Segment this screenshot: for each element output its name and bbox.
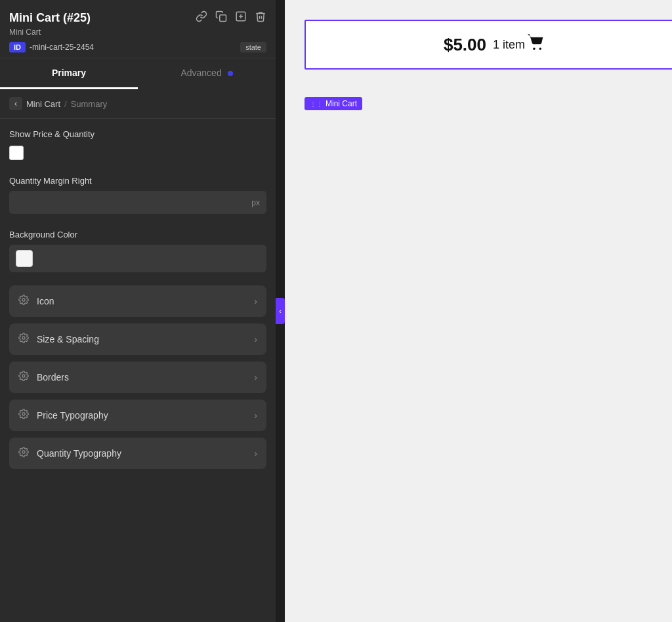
quantity-typography-section-label: Quantity Typography <box>37 448 254 459</box>
grid-icon: ⋮⋮ <box>310 100 323 108</box>
breadcrumb-parent: Mini Cart <box>26 99 60 109</box>
icon-section-label: Icon <box>37 296 254 306</box>
price-typography-gear-icon <box>18 409 29 422</box>
preview-quantity: 1 item <box>493 38 525 52</box>
size-spacing-section-row[interactable]: Size & Spacing › <box>9 323 266 355</box>
quantity-typography-chevron-right-icon: › <box>254 448 257 459</box>
breadcrumb-current: Summary <box>71 99 108 109</box>
cart-icon <box>528 34 546 55</box>
borders-section-row[interactable]: Borders › <box>9 362 266 393</box>
icon-chevron-right-icon: › <box>254 296 257 306</box>
preview-panel: $5.00 1 item ⋮⋮ Mini Cart <box>285 0 672 622</box>
mini-cart-tag[interactable]: ⋮⋮ Mini Cart <box>304 97 362 110</box>
svg-point-4 <box>22 299 25 301</box>
advanced-dot <box>228 71 233 76</box>
svg-point-6 <box>22 375 25 377</box>
icon-gear-icon <box>18 295 29 308</box>
size-chevron-right-icon: › <box>254 334 257 344</box>
panel-title: Mini Cart (#25) <box>9 11 91 25</box>
quantity-margin-label: Quantity Margin Right <box>9 176 266 186</box>
borders-section-label: Borders <box>37 372 254 383</box>
chevron-left-icon: ‹ <box>14 99 17 108</box>
state-badge: state <box>240 42 266 52</box>
icon-section-row[interactable]: Icon › <box>9 285 266 317</box>
size-spacing-section-label: Size & Spacing <box>37 334 254 344</box>
tab-primary[interactable]: Primary <box>0 58 138 89</box>
price-typography-chevron-right-icon: › <box>254 410 257 421</box>
collapse-icon: ‹ <box>279 307 282 315</box>
show-price-label: Show Price & Quantity <box>9 129 266 139</box>
id-badge: ID <box>9 42 26 52</box>
color-swatch <box>16 250 33 267</box>
breadcrumb-separator: / <box>64 99 67 109</box>
quantity-margin-input[interactable] <box>9 191 266 214</box>
svg-point-9 <box>533 48 536 51</box>
svg-point-8 <box>22 451 25 453</box>
price-typography-section-label: Price Typography <box>37 410 254 421</box>
breadcrumb-back-button[interactable]: ‹ <box>9 97 22 110</box>
add-icon[interactable] <box>235 10 247 25</box>
borders-chevron-right-icon: › <box>254 372 257 383</box>
delete-icon[interactable] <box>255 10 266 25</box>
collapse-handle[interactable]: ‹ <box>276 298 285 324</box>
borders-gear-icon <box>18 371 29 384</box>
quantity-typography-gear-icon <box>18 447 29 460</box>
tab-advanced[interactable]: Advanced <box>138 58 276 89</box>
svg-rect-0 <box>220 15 226 22</box>
link-icon[interactable] <box>196 10 207 25</box>
background-color-field[interactable] <box>9 245 266 272</box>
preview-container: $5.00 1 item <box>304 20 672 70</box>
mini-cart-tag-label: Mini Cart <box>326 99 357 108</box>
copy-icon[interactable] <box>215 10 227 25</box>
quantity-typography-section-row[interactable]: Quantity Typography › <box>9 438 266 469</box>
svg-point-5 <box>22 337 25 339</box>
panel-subtitle: Mini Cart <box>9 28 266 37</box>
background-color-label: Background Color <box>9 230 266 239</box>
svg-point-7 <box>22 413 25 415</box>
id-value: -mini-cart-25-2454 <box>30 43 236 52</box>
svg-point-10 <box>539 48 542 51</box>
price-typography-section-row[interactable]: Price Typography › <box>9 400 266 431</box>
preview-price: $5.00 <box>444 35 486 55</box>
show-price-checkbox[interactable] <box>9 146 24 160</box>
size-gear-icon <box>18 333 29 346</box>
